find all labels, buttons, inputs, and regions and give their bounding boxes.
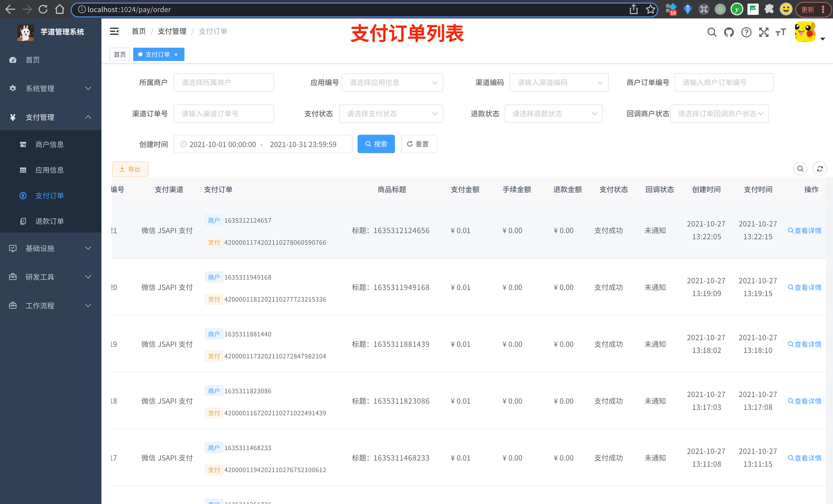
svg-text:10: 10 [670, 10, 676, 16]
svg-text:y: y [735, 5, 739, 13]
